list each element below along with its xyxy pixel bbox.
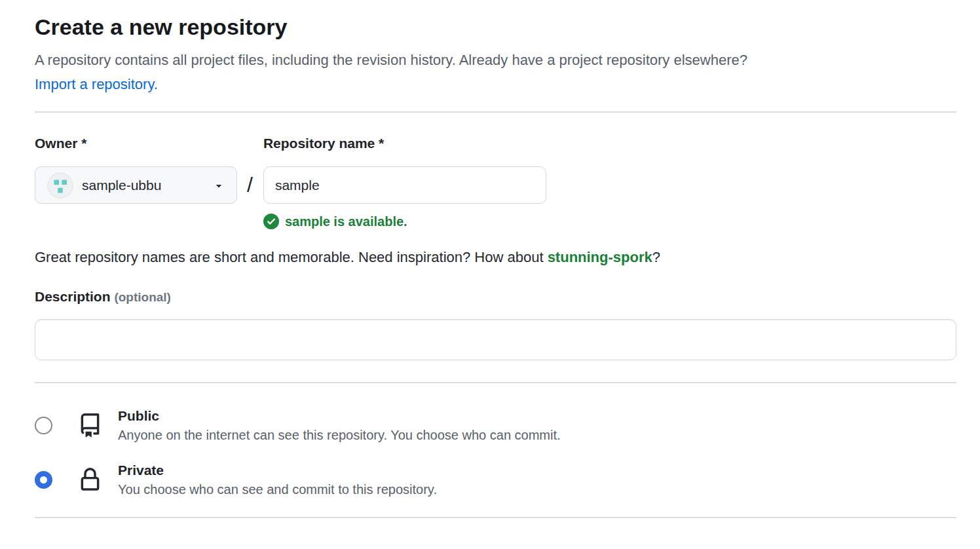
- repo-book-icon: [78, 413, 102, 438]
- public-option-label: Public: [118, 407, 561, 425]
- public-option-text: Public Anyone on the internet can see th…: [118, 407, 561, 443]
- private-option-label: Private: [118, 462, 437, 479]
- repository-name-input[interactable]: [263, 166, 546, 204]
- page-subtitle: A repository contains all project files,…: [35, 50, 956, 71]
- description-label: Description (optional): [35, 288, 956, 306]
- repository-name-label: Repository name *: [263, 135, 546, 152]
- owner-label: Owner *: [35, 135, 237, 152]
- private-option-text: Private You choose who can see and commi…: [118, 462, 437, 497]
- owner-field: Owner * sample-ubbu: [35, 135, 237, 229]
- owner-repo-row: Owner * sample-ubbu / Repository name *: [35, 135, 956, 229]
- check-circle-icon: [263, 214, 279, 229]
- owner-avatar: [47, 172, 73, 199]
- suggestion-suffix: ?: [652, 249, 660, 265]
- divider: [35, 111, 956, 113]
- suggestion-prefix: Great repository names are short and mem…: [35, 249, 548, 265]
- description-label-text: Description: [35, 289, 111, 304]
- private-option-description: You choose who can see and commit to thi…: [118, 482, 437, 497]
- name-suggestion-text: Great repository names are short and mem…: [35, 249, 956, 266]
- owner-dropdown[interactable]: sample-ubbu: [35, 166, 237, 204]
- chevron-down-icon: [213, 180, 225, 191]
- page-title: Create a new repository: [35, 13, 956, 41]
- visibility-option-private[interactable]: Private You choose who can see and commi…: [35, 462, 956, 497]
- repository-name-field: Repository name * sample is available.: [263, 135, 546, 229]
- public-radio[interactable]: [35, 417, 52, 434]
- create-repository-page: Create a new repository A repository con…: [0, 0, 980, 518]
- import-repository-link[interactable]: Import a repository.: [35, 76, 158, 93]
- divider: [35, 382, 956, 383]
- owner-selected-value: sample-ubbu: [82, 178, 161, 193]
- availability-message: sample is available.: [285, 214, 407, 229]
- name-availability-status: sample is available.: [263, 214, 546, 229]
- owner-repo-separator: /: [237, 135, 263, 229]
- visibility-option-public[interactable]: Public Anyone on the internet can see th…: [35, 407, 956, 443]
- public-option-description: Anyone on the internet can see this repo…: [118, 427, 561, 443]
- description-input[interactable]: [35, 319, 956, 360]
- divider: [35, 517, 956, 518]
- private-radio[interactable]: [35, 471, 52, 489]
- description-optional-note: (optional): [114, 290, 171, 304]
- suggested-name-link[interactable]: stunning-spork: [548, 249, 652, 265]
- lock-icon: [78, 468, 102, 492]
